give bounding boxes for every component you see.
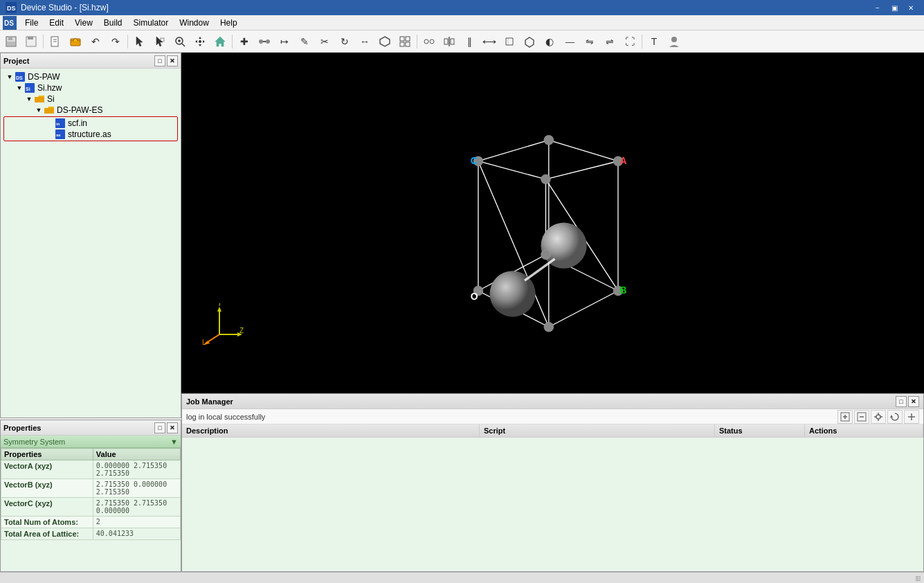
job-add-icon[interactable]	[904, 410, 919, 424]
properties-panel-close[interactable]: ✕	[167, 422, 178, 433]
save-floppy-button[interactable]	[21, 33, 41, 51]
sym6-button[interactable]	[520, 33, 539, 51]
left-panel: Project □ ✕ ▼ DS	[0, 53, 181, 572]
si-hzw-icon: Si	[24, 83, 35, 93]
svg-marker-94	[890, 415, 893, 418]
properties-panel: Properties □ ✕ Symmetry System ▼ Propert…	[0, 420, 181, 572]
window-controls: − ▣ ✕	[870, 0, 918, 15]
redo-button[interactable]: ↷	[106, 33, 125, 51]
menu-edit[interactable]: Edit	[44, 15, 69, 30]
bond-button[interactable]	[255, 33, 274, 51]
home-button[interactable]	[210, 33, 230, 51]
cut-button[interactable]: ✂	[315, 33, 334, 51]
project-panel-controls: □ ✕	[154, 55, 178, 66]
svg-text:C: C	[471, 155, 478, 166]
sym11-button[interactable]: ⛶	[620, 33, 640, 51]
sym4-button[interactable]: ⟷	[480, 33, 499, 51]
user-profile-button[interactable]	[664, 33, 684, 51]
mirror-button[interactable]: ↔	[355, 33, 374, 51]
prop-name-vectorb: VectorB (xyz)	[1, 479, 93, 498]
status-bar: ▥	[0, 572, 924, 583]
menu-help[interactable]: Help	[215, 15, 243, 30]
restore-button[interactable]: ▣	[887, 0, 902, 15]
sym2-button[interactable]	[440, 33, 459, 51]
menu-bar: DS File Edit View Build Simulator Window…	[0, 15, 924, 30]
svg-text:Y: Y	[217, 303, 222, 307]
save-button[interactable]	[1, 33, 21, 51]
job-col-status: Status	[715, 424, 805, 437]
label-text-button[interactable]: T	[644, 33, 664, 51]
tree-arrow-si: ▼	[24, 96, 34, 102]
tree-item-scf-in[interactable]: in scf.in	[5, 118, 176, 129]
job-table-header: Description Script Status Actions	[182, 424, 923, 438]
job-icon-1[interactable]	[837, 410, 853, 424]
job-manager-close[interactable]: ✕	[908, 396, 919, 407]
properties-panel-restore[interactable]: □	[154, 422, 165, 433]
select-box-button[interactable]	[150, 33, 170, 51]
sym8-button[interactable]: ⸻	[560, 33, 579, 51]
job-status-message: log in local successfully	[186, 413, 265, 421]
tree-item-si-hzw[interactable]: ▼ Si Si.hzw	[3, 82, 178, 93]
periodic-button[interactable]	[395, 33, 415, 51]
tree-item-structure-as[interactable]: as structure.as	[5, 129, 176, 140]
svg-text:Si: Si	[26, 87, 30, 91]
minimize-button[interactable]: −	[870, 0, 885, 15]
job-icon-2[interactable]	[854, 410, 869, 424]
measure-button[interactable]: ↦	[275, 33, 294, 51]
svg-line-62	[525, 259, 555, 280]
project-panel-close[interactable]: ✕	[167, 55, 178, 66]
sym1-button[interactable]	[419, 33, 439, 51]
sym3-button[interactable]: ∥	[460, 33, 479, 51]
ds-paw-icon: DS	[15, 72, 26, 82]
svg-rect-27	[400, 37, 404, 41]
svg-point-89	[876, 415, 880, 419]
open-button[interactable]	[66, 33, 85, 51]
sym7-button[interactable]: ◐	[540, 33, 559, 51]
svg-rect-5	[8, 37, 12, 40]
menu-file[interactable]: File	[19, 15, 44, 30]
tree-arrow-ds-paw-es: ▼	[34, 107, 44, 114]
properties-subsystem-label: Symmetry System	[3, 438, 65, 446]
sym5-button[interactable]	[500, 33, 519, 51]
svg-point-23	[259, 39, 263, 44]
close-button[interactable]: ✕	[903, 0, 918, 15]
svg-text:DS: DS	[7, 5, 16, 12]
tree-item-si[interactable]: ▼ Si	[3, 93, 178, 105]
menu-simulator[interactable]: Simulator	[128, 15, 174, 30]
svg-line-15	[182, 44, 185, 46]
structure-as-icon: as	[55, 129, 66, 139]
job-settings-icon[interactable]	[871, 410, 886, 424]
svg-line-50	[478, 140, 549, 161]
prop-value-arealattice: 40.041233	[93, 528, 180, 540]
job-col-actions: Actions	[805, 424, 923, 437]
rotate-button[interactable]: ↻	[335, 33, 354, 51]
undo-button[interactable]: ↶	[86, 33, 105, 51]
new-button[interactable]	[46, 33, 65, 51]
draw-button[interactable]: ✎	[295, 33, 314, 51]
tree-item-ds-paw-es[interactable]: ▼ DS-PAW-ES	[3, 105, 178, 116]
sym10-button[interactable]: ⇌	[600, 33, 619, 51]
sym9-button[interactable]: ⇋	[580, 33, 599, 51]
project-panel-restore[interactable]: □	[154, 55, 165, 66]
tree-item-ds-paw[interactable]: ▼ DS DS-PAW	[3, 71, 178, 82]
toolbar-sep-2	[127, 35, 128, 48]
prop-value-vectora: 0.000000 2.715350 2.715350	[93, 460, 180, 479]
svg-point-37	[671, 37, 677, 42]
content-area: Project □ ✕ ▼ DS	[0, 53, 924, 572]
build-3d-button[interactable]	[375, 33, 395, 51]
menu-view[interactable]: View	[69, 15, 98, 30]
zoom-button[interactable]	[170, 33, 190, 51]
svg-marker-21	[203, 40, 205, 43]
job-manager-restore[interactable]: □	[896, 396, 907, 407]
pan-button[interactable]	[190, 33, 210, 51]
svg-rect-6	[7, 42, 15, 46]
menu-window[interactable]: Window	[174, 15, 215, 30]
job-refresh-icon[interactable]	[887, 410, 903, 424]
menu-build[interactable]: Build	[98, 15, 128, 30]
svg-marker-20	[195, 40, 197, 43]
select-button[interactable]	[130, 33, 150, 51]
properties-panel-title: Properties	[3, 424, 41, 432]
tree-arrow-si-hzw: ▼	[15, 84, 24, 91]
add-atom-button[interactable]: ✚	[235, 33, 254, 51]
3d-viewport[interactable]: C A B O Y	[181, 53, 924, 393]
